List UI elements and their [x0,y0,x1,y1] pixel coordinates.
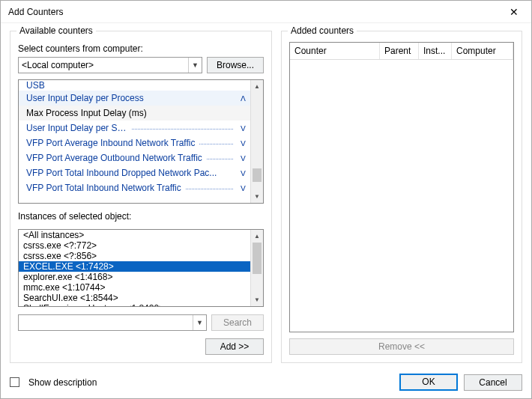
added-counters-group: Added counters Counter Parent Inst... Co… [281,31,522,363]
added-counters-legend: Added counters [288,25,357,36]
instances-label: Instances of selected object: [18,211,264,222]
left-column: Available counters Select counters from … [10,31,272,363]
counter-item[interactable]: User Input Delay per Session ᐯ [19,121,250,135]
table-body [290,60,513,332]
cancel-button[interactable]: Cancel [464,374,522,391]
right-column: Added counters Counter Parent Inst... Co… [281,31,522,363]
counters-listbox[interactable]: USB User Input Delay per Process ᐱ Max P… [18,79,264,204]
instance-item[interactable]: SearchUI.exe <1:8544> [19,293,250,303]
scroll-up-icon[interactable]: ▲ [251,230,263,243]
scroll-down-icon[interactable]: ▼ [251,293,263,306]
computer-combo[interactable]: <Local computer> ▼ [18,57,202,73]
scroll-thumb[interactable] [253,243,262,274]
col-computer[interactable]: Computer [452,43,513,59]
col-parent[interactable]: Parent [380,43,419,59]
counter-item[interactable]: User Input Delay per Process ᐱ [19,91,250,106]
available-counters-group: Available counters Select counters from … [10,31,272,363]
counter-subitem-label: Max Process Input Delay (ms) [26,108,147,118]
instances-listbox[interactable]: <All instances> csrss.exe <?:772> csrss.… [18,229,264,307]
instance-item[interactable]: ShellExperienceHost.exe <1:8420> [19,303,250,306]
counter-item-label: VFP Port Total Inbound Network Traffic [26,183,181,193]
counter-item-label: VFP Port Total Inbound Dropped Network P… [26,168,238,178]
counters-scrollbar[interactable]: ▲ ▼ [250,80,263,203]
chevron-up-icon: ᐱ [241,94,246,103]
chevron-down-icon: ᐯ [241,169,246,177]
chevron-down-icon: ᐯ [241,139,246,147]
instance-item-selected[interactable]: EXCEL.EXE <1:7428> [19,261,250,272]
instance-item[interactable]: explorer.exe <1:4168> [19,272,250,282]
counter-subitem[interactable]: Max Process Input Delay (ms) [19,106,250,121]
instances-list-body: <All instances> csrss.exe <?:772> csrss.… [19,230,250,306]
counter-item[interactable]: VFP Port Average Inbound Network Traffic… [19,135,250,150]
instance-item[interactable]: mmc.exe <1:10744> [19,282,250,293]
show-description-label: Show description [28,377,97,388]
counter-item[interactable]: VFP Port Average Outbound Network Traffi… [19,150,250,165]
scroll-down-icon[interactable]: ▼ [251,190,263,203]
browse-button[interactable]: Browse... [207,57,264,73]
counter-item[interactable]: VFP Port Total Inbound Network Traffic ᐯ [19,180,250,195]
counter-item[interactable]: VFP Port Total Inbound Dropped Network P… [19,165,250,180]
close-icon: ✕ [510,6,519,18]
scroll-thumb[interactable] [253,168,262,182]
instance-search-combo[interactable]: ▼ [18,314,207,331]
chevron-down-icon: ᐯ [241,154,246,162]
computer-combo-value: <Local computer> [22,60,94,70]
instance-item[interactable]: csrss.exe <?:772> [19,240,250,251]
table-header: Counter Parent Inst... Computer [290,43,513,60]
instance-item[interactable]: <All instances> [19,230,250,240]
add-counters-window: Add Counters ✕ Available counters Select… [0,0,532,399]
instance-item[interactable]: csrss.exe <?:856> [19,251,250,261]
dialog-footer: Show description OK Cancel [1,368,531,399]
counters-list-body: USB User Input Delay per Process ᐱ Max P… [19,80,250,203]
counter-item-partial[interactable]: USB [19,82,250,91]
counter-item-label: VFP Port Average Outbound Network Traffi… [26,153,202,163]
chevron-down-icon: ᐯ [241,124,246,133]
search-button[interactable]: Search [211,314,264,331]
counter-item-label: User Input Delay per Process [26,93,238,103]
window-title: Add Counters [8,7,497,17]
counter-item-label: VFP Port Average Inbound Network Traffic [26,138,195,148]
remove-button[interactable]: Remove << [289,338,514,355]
col-counter[interactable]: Counter [290,43,380,59]
chevron-down-icon: ▼ [193,315,206,330]
chevron-down-icon: ▼ [188,58,202,73]
available-counters-legend: Available counters [16,25,96,36]
col-inst[interactable]: Inst... [419,43,452,59]
scroll-up-icon[interactable]: ▲ [251,80,263,93]
instances-scrollbar[interactable]: ▲ ▼ [250,230,263,306]
close-button[interactable]: ✕ [497,1,531,23]
show-description-checkbox[interactable] [10,377,19,387]
ok-button[interactable]: OK [399,374,458,391]
chevron-down-icon: ᐯ [241,184,246,192]
titlebar: Add Counters ✕ [1,1,531,23]
computer-label: Select counters from computer: [18,43,264,54]
add-button[interactable]: Add >> [205,338,264,355]
dialog-body: Available counters Select counters from … [1,23,531,368]
counter-item-label: User Input Delay per Session [26,123,127,133]
added-counters-table[interactable]: Counter Parent Inst... Computer [289,42,514,332]
